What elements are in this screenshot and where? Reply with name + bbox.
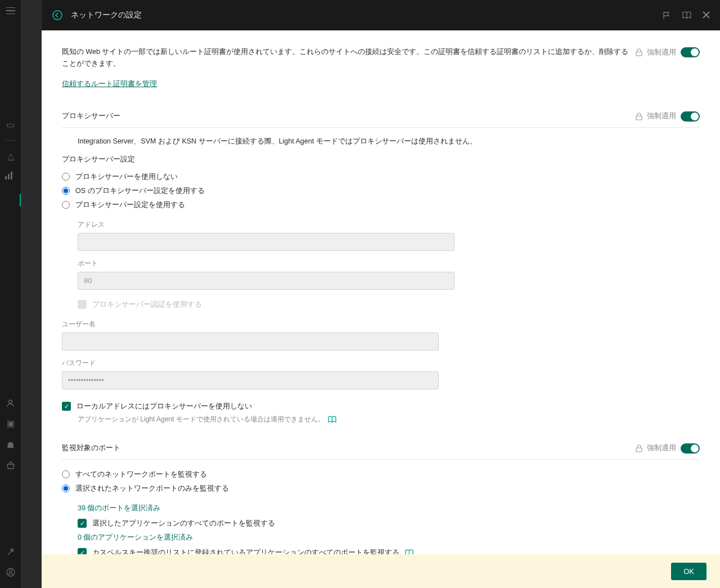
proxy-settings-label: プロキシサーバー設定 bbox=[62, 155, 700, 164]
proxy-enforce-toggle[interactable] bbox=[681, 111, 700, 122]
modal-header: ネットワークの設定 bbox=[42, 0, 720, 30]
proxy-radio-os-label[interactable]: OS のプロキシサーバー設定を使用する bbox=[75, 186, 205, 196]
proxy-radio-none[interactable] bbox=[62, 173, 70, 181]
port-input[interactable] bbox=[78, 272, 454, 290]
user-input[interactable] bbox=[62, 333, 439, 351]
ok-button[interactable]: OK bbox=[671, 563, 706, 580]
selected-ports-link[interactable]: 39 個のポートを選択済み bbox=[78, 504, 700, 513]
ports-radio-all-label[interactable]: すべてのネットワークポートを監視する bbox=[75, 470, 207, 479]
ports-enforce-toggle[interactable] bbox=[681, 443, 700, 454]
kaspersky-list-checkbox[interactable]: ✓ bbox=[78, 548, 87, 554]
selected-apps-link[interactable]: 0 個のアプリケーションを選択済み bbox=[78, 533, 700, 542]
monitor-apps-label[interactable]: 選択したアプリケーションのすべてのポートを監視する bbox=[92, 519, 275, 528]
ports-radio-group: すべてのネットワークポートを監視する 選択されたネットワークポートのみを監視する bbox=[62, 468, 700, 496]
sidebar-secondary bbox=[21, 0, 42, 588]
sidebar-account-icon[interactable] bbox=[6, 568, 15, 577]
monitor-apps-checkbox[interactable]: ✓ bbox=[78, 519, 87, 528]
proxy-section-title: プロキシサーバー bbox=[62, 111, 120, 121]
proxy-radio-group: プロキシサーバーを使用しない OS のプロキシサーバー設定を使用する プロキシサ… bbox=[62, 170, 700, 212]
sidebar-devices-icon[interactable]: ▣ bbox=[7, 419, 15, 429]
pass-label: パスワード bbox=[62, 358, 700, 368]
cert-enforce-toggle[interactable] bbox=[681, 47, 700, 57]
ports-radio-all[interactable] bbox=[62, 470, 70, 478]
local-bypass-checkbox[interactable]: ✓ bbox=[62, 402, 71, 411]
lock-icon bbox=[636, 48, 642, 56]
local-bypass-desc: アプリケーションが Light Agent モードで使用されている場合は適用でき… bbox=[78, 415, 325, 424]
help-book-icon[interactable] bbox=[405, 549, 413, 555]
user-label: ユーザー名 bbox=[62, 320, 700, 329]
proxy-radio-os[interactable] bbox=[62, 187, 70, 195]
proxy-radio-custom-label[interactable]: プロキシサーバー設定を使用する bbox=[75, 200, 185, 210]
lock-icon bbox=[636, 445, 642, 452]
help-book-icon[interactable] bbox=[328, 416, 336, 423]
sidebar-basket-icon[interactable] bbox=[6, 461, 15, 469]
book-icon[interactable] bbox=[682, 11, 691, 20]
enforce-label: 強制適用 bbox=[647, 48, 676, 57]
proxy-auth-label[interactable]: プロキシサーバー認証を使用する bbox=[92, 300, 202, 309]
sidebar-active-indicator bbox=[20, 194, 21, 207]
back-icon[interactable] bbox=[52, 10, 63, 21]
sidebar-user-icon[interactable] bbox=[6, 399, 15, 407]
ports-radio-selected-label[interactable]: 選択されたネットワークポートのみを監視する bbox=[75, 484, 229, 493]
pass-input[interactable] bbox=[62, 371, 439, 389]
settings-modal: ネットワークの設定 既知の Web サイトの一部では新しいルート証明書が使用され… bbox=[42, 0, 720, 588]
proxy-note: Integration Server、SVM および KSN サーバーに接続する… bbox=[78, 136, 700, 147]
svg-rect-7 bbox=[636, 52, 642, 56]
sidebar-divider bbox=[6, 140, 16, 141]
proxy-radio-none-label[interactable]: プロキシサーバーを使用しない bbox=[75, 172, 178, 182]
close-icon[interactable] bbox=[703, 11, 710, 20]
svg-point-6 bbox=[53, 11, 62, 20]
sidebar-settings-icon[interactable] bbox=[6, 548, 15, 556]
address-input[interactable] bbox=[78, 233, 454, 251]
manage-cert-link[interactable]: 信頼するルート証明書を管理 bbox=[62, 79, 157, 89]
sidebar-stats-icon[interactable] bbox=[5, 172, 16, 179]
ports-section-title: 監視対象のポート bbox=[62, 443, 120, 453]
enforce-label: 強制適用 bbox=[647, 443, 676, 453]
enforce-label: 強制適用 bbox=[647, 111, 676, 121]
svg-rect-1 bbox=[8, 174, 10, 179]
sidebar-dashboard-icon[interactable]: ▭ bbox=[5, 119, 16, 130]
modal-title: ネットワークの設定 bbox=[71, 10, 142, 20]
svg-rect-0 bbox=[5, 176, 7, 179]
proxy-auth-checkbox[interactable] bbox=[78, 300, 87, 309]
hamburger-menu[interactable] bbox=[0, 0, 21, 21]
sidebar-warning-icon[interactable]: △ bbox=[5, 151, 16, 161]
sidebar-monitor-icon[interactable]: ☗ bbox=[7, 440, 14, 450]
lock-icon bbox=[636, 113, 642, 120]
port-label: ポート bbox=[78, 259, 700, 268]
sidebar-primary: ▭ △ ▣ ☗ bbox=[0, 0, 21, 588]
modal-footer: OK bbox=[42, 554, 720, 588]
ports-radio-selected[interactable] bbox=[62, 484, 70, 492]
flag-icon[interactable] bbox=[663, 11, 671, 20]
svg-point-5 bbox=[9, 570, 12, 573]
svg-point-3 bbox=[9, 400, 12, 403]
modal-body: 既知の Web サイトの一部では新しいルート証明書が使用されています。これらのサ… bbox=[42, 30, 720, 554]
proxy-radio-custom[interactable] bbox=[62, 201, 70, 209]
cert-description: 既知の Web サイトの一部では新しいルート証明書が使用されています。これらのサ… bbox=[62, 46, 636, 70]
address-label: アドレス bbox=[78, 220, 700, 230]
local-bypass-label[interactable]: ローカルアドレスにはプロキシサーバーを使用しない bbox=[76, 402, 252, 411]
svg-rect-2 bbox=[11, 172, 12, 179]
kaspersky-list-label[interactable]: カスペルスキー推奨のリストに登録されているアプリケーションのすべてのポートを監視… bbox=[92, 548, 399, 555]
svg-rect-9 bbox=[636, 448, 642, 452]
svg-rect-8 bbox=[636, 116, 642, 120]
